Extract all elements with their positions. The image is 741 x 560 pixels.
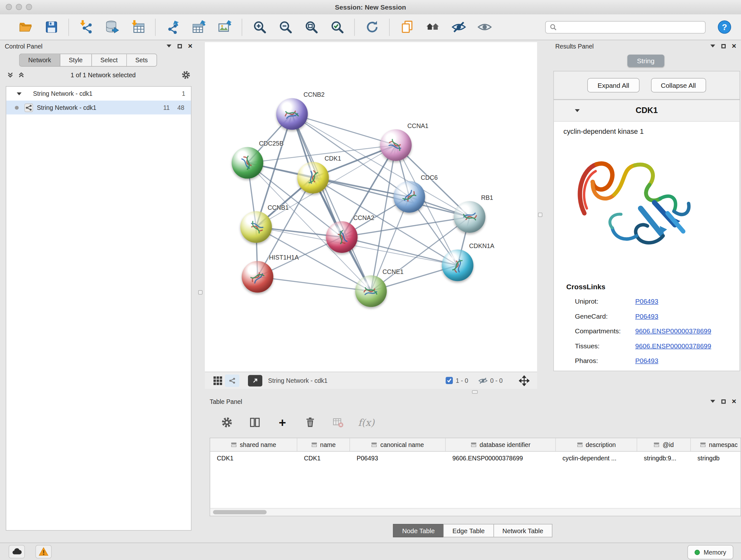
crosslink-link[interactable]: P06493 (635, 297, 658, 305)
node-CCNE1[interactable] (355, 275, 387, 307)
import-network-file-button[interactable] (77, 17, 95, 37)
panel-menu-icon[interactable] (710, 45, 715, 48)
refresh-button[interactable] (363, 17, 381, 37)
table-cell[interactable]: 9606.ENSP00000378699 (446, 452, 556, 465)
node-CDC25B[interactable] (232, 147, 263, 179)
detach-view-button[interactable] (248, 375, 262, 386)
panel-float-icon[interactable] (178, 44, 182, 48)
node-CCNA1[interactable] (380, 129, 412, 161)
warnings-button[interactable] (36, 545, 52, 558)
column-header-description[interactable]: description (556, 438, 637, 451)
zoom-out-button[interactable] (276, 17, 294, 37)
minimize-window-button[interactable] (16, 4, 22, 10)
tab-edge-table[interactable]: Edge Table (443, 524, 494, 537)
expand-tree-icon[interactable] (7, 71, 14, 78)
expand-all-button[interactable]: Expand All (588, 78, 639, 92)
panel-float-icon[interactable] (721, 399, 726, 403)
crosslink-link[interactable]: 9606.ENSP00000378699 (635, 327, 711, 334)
tab-network-table[interactable]: Network Table (493, 524, 552, 537)
delete-column-button[interactable] (302, 415, 318, 430)
gene-collapse-icon[interactable] (575, 109, 580, 112)
gene-card-header[interactable]: CDK1 (554, 100, 740, 122)
column-header-name[interactable]: name (297, 438, 350, 451)
crosslink-link[interactable]: P06493 (635, 357, 658, 364)
export-image-button[interactable] (215, 17, 233, 37)
panel-float-icon[interactable] (721, 44, 726, 48)
node-CCNB2[interactable] (276, 98, 308, 130)
bottom-splitter-handle[interactable] (472, 390, 478, 394)
network-collection-row[interactable]: String Network - cdk1 1 (6, 87, 191, 101)
column-header-@id[interactable]: @id (637, 438, 691, 451)
column-header-canonical-name[interactable]: canonical name (350, 438, 446, 451)
network-share-icon[interactable] (225, 374, 239, 387)
zoom-selected-button[interactable] (328, 17, 346, 37)
table-cell[interactable]: CDK1 (210, 452, 297, 465)
node-CCNA2[interactable] (326, 221, 358, 253)
collection-expand-icon[interactable] (17, 92, 22, 95)
function-builder-button[interactable]: f(x) (358, 417, 374, 428)
tab-select[interactable]: Select (91, 54, 127, 66)
scrollbar-thumb[interactable] (213, 510, 267, 515)
left-splitter-handle[interactable] (198, 290, 203, 295)
import-network-database-button[interactable] (103, 17, 121, 37)
node-CCNB1[interactable] (240, 211, 272, 243)
tab-sets[interactable]: Sets (127, 54, 156, 66)
hidden-eye-icon[interactable] (476, 374, 490, 387)
zoom-in-button[interactable] (251, 17, 269, 37)
show-columns-button[interactable] (247, 415, 262, 430)
table-cell[interactable]: CDK1 (297, 452, 350, 465)
selected-checkbox-icon[interactable] (446, 377, 453, 384)
crosslink-link[interactable]: 9606.ENSP00000378699 (635, 341, 711, 349)
duplicate-network-button[interactable] (398, 17, 416, 37)
export-table-button[interactable] (190, 17, 208, 37)
gear-icon[interactable] (182, 70, 191, 79)
collapse-all-button[interactable]: Collapse All (651, 78, 706, 92)
tab-string[interactable]: String (627, 55, 664, 67)
cloud-status-button[interactable] (9, 545, 25, 558)
add-column-button[interactable]: + (275, 415, 290, 430)
search-input[interactable] (560, 23, 701, 31)
pan-crosshair-icon[interactable] (517, 374, 531, 387)
import-table-file-button[interactable] (129, 17, 147, 37)
tab-network[interactable]: Network (20, 54, 60, 66)
tab-style[interactable]: Style (60, 54, 92, 66)
export-network-button[interactable] (164, 17, 182, 37)
column-header-shared-name[interactable]: shared name (210, 438, 297, 451)
show-hidden-button[interactable] (475, 17, 494, 37)
crosslink-link[interactable]: P06493 (635, 312, 658, 320)
zoom-window-button[interactable] (26, 4, 32, 10)
help-button[interactable]: ? (715, 17, 733, 37)
right-splitter-handle[interactable] (538, 212, 542, 217)
delete-table-button[interactable] (330, 415, 346, 430)
grid-view-icon[interactable] (211, 374, 225, 387)
panel-close-icon[interactable]: × (732, 42, 736, 50)
panel-close-icon[interactable]: × (732, 397, 736, 405)
node-CDK1[interactable] (297, 162, 329, 193)
network-row[interactable]: String Network - cdk1 11 48 (6, 101, 191, 115)
panel-menu-icon[interactable] (710, 400, 715, 403)
table-cell[interactable]: stringdb (691, 452, 741, 465)
open-session-button[interactable] (16, 17, 35, 37)
node-CDKN1A[interactable] (442, 250, 474, 281)
close-window-button[interactable] (6, 4, 12, 10)
network-canvas[interactable]: CCNB2CCNA1CDC25BCDK1CDC6RB1CCNB1CCNA2CDK… (205, 42, 537, 372)
table-row[interactable]: CDK1CDK1P064939606.ENSP00000378699cyclin… (210, 452, 741, 465)
collapse-tree-icon[interactable] (18, 71, 25, 78)
memory-button[interactable]: Memory (687, 545, 733, 559)
zoom-fit-button[interactable] (302, 17, 320, 37)
node-CDC6[interactable] (394, 181, 425, 212)
manage-networks-button[interactable] (424, 17, 442, 37)
table-cell[interactable]: P06493 (350, 452, 446, 465)
column-header-database-identifier[interactable]: database identifier (446, 438, 556, 451)
save-session-button[interactable] (42, 17, 60, 37)
column-header-namespac[interactable]: namespac (691, 438, 741, 451)
tab-node-table[interactable]: Node Table (393, 524, 444, 537)
table-horizontal-scrollbar[interactable] (210, 508, 741, 516)
search-box[interactable] (545, 21, 706, 33)
panel-menu-icon[interactable] (166, 45, 171, 48)
table-cell[interactable]: stringdb:9... (637, 452, 691, 465)
node-HIST1H1A[interactable] (242, 261, 273, 293)
hide-selected-button[interactable] (450, 17, 468, 37)
table-settings-button[interactable] (219, 415, 234, 430)
node-RB1[interactable] (454, 201, 485, 233)
